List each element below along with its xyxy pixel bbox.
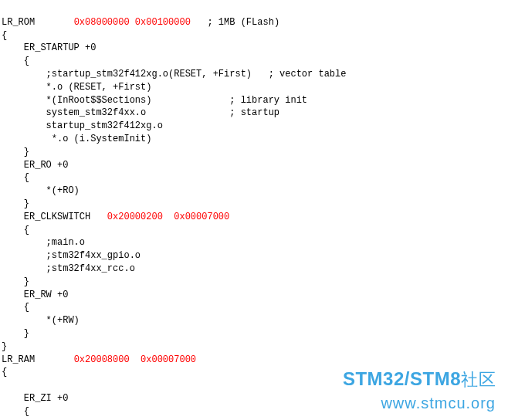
code-block: LR_ROM 0x08000000 0x00100000 ; 1MB (FLas… [0, 0, 508, 420]
code-line: { [2, 56, 29, 66]
code-line: { [2, 172, 29, 183]
code-line: *.o (i.SystemInit) [2, 134, 151, 144]
code-line: ER_CLKSWITCH 0x20000200 0x00007000 [2, 212, 229, 222]
hex-literal: 0x20000200 [107, 212, 163, 222]
hex-literal: 0x00007000 [174, 212, 229, 222]
code-line: } [2, 147, 29, 158]
code-line: } [2, 276, 29, 287]
code-line: ER_ZI +0 [2, 393, 68, 404]
hex-literal: 0x08000000 [74, 17, 130, 28]
code-line: *(+RO) [2, 185, 80, 196]
code-line: LR_RAM 0x20008000 0x00007000 [2, 354, 196, 365]
token: LR_ROM [2, 17, 74, 28]
code-line: ;startup_stm32f412xg.o(RESET, +First) ; … [2, 69, 346, 80]
code-line: } [2, 328, 29, 339]
code-line: *(InRoot$$Sections) ; library init [2, 95, 307, 106]
token: LR_RAM [2, 354, 74, 365]
code-line: } [2, 341, 7, 352]
code-line: } [2, 198, 29, 209]
hex-literal: 0x00100000 [135, 17, 191, 28]
code-line: system_stm32f4xx.o ; startup [2, 107, 279, 118]
code-line: { [2, 406, 29, 417]
code-line: LR_ROM 0x08000000 0x00100000 ; 1MB (FLas… [2, 17, 279, 28]
code-line: { [2, 302, 29, 313]
code-line: { [2, 225, 29, 235]
code-line: { [2, 367, 7, 378]
token [130, 354, 141, 365]
code-line: { [2, 30, 7, 41]
code-line: ;stm32f4xx_gpio.o [2, 250, 141, 261]
code-line: ER_STARTUP +0 [2, 42, 96, 53]
token: ER_CLKSWITCH [2, 212, 107, 222]
code-line: *(+RW) [2, 315, 80, 326]
code-line: startup_stm32f412xg.o [2, 120, 163, 131]
code-line: ER_RW +0 [2, 290, 68, 300]
hex-literal: 0x00007000 [141, 354, 196, 365]
code-line: ;main.o [2, 237, 85, 248]
code-line: ;stm32f4xx_rcc.o [2, 263, 135, 274]
token [130, 17, 135, 28]
hex-literal: 0x20008000 [74, 354, 130, 365]
comment: ; 1MB (FLash) [191, 17, 279, 28]
code-line: ER_RO +0 [2, 160, 68, 171]
token [163, 212, 174, 222]
code-line: *.o (RESET, +First) [2, 82, 151, 93]
